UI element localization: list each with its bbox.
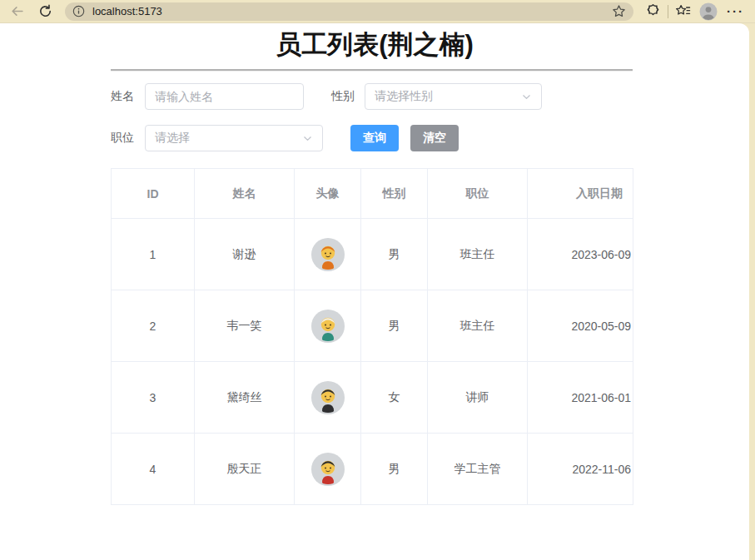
toolbar-divider xyxy=(668,5,668,18)
page-title: 员工列表(荆之楠) xyxy=(0,28,749,62)
employee-avatar xyxy=(311,381,345,414)
name-label: 姓名 xyxy=(111,89,134,104)
cell-position: 班主任 xyxy=(428,290,528,362)
cell-gender: 男 xyxy=(361,434,428,505)
position-select[interactable]: 请选择 xyxy=(145,125,323,151)
cell-id: 2 xyxy=(112,290,195,362)
cell-id: 3 xyxy=(112,362,195,434)
browser-window: localhost:5173 xyxy=(0,0,755,560)
cell-avatar xyxy=(295,434,361,505)
cell-date: 2022-11-06 xyxy=(528,434,633,505)
search-button[interactable]: 查询 xyxy=(350,125,399,151)
column-header: 姓名 xyxy=(195,169,295,219)
cell-position: 讲师 xyxy=(428,362,528,434)
profile-avatar[interactable] xyxy=(699,2,718,21)
search-form-row-2: 职位 请选择 查询 清空 xyxy=(111,125,459,151)
chevron-down-icon xyxy=(521,92,532,102)
cell-position: 学工主管 xyxy=(428,434,528,505)
person-circle-icon xyxy=(699,2,718,21)
cell-gender: 男 xyxy=(361,290,428,362)
position-select-placeholder: 请选择 xyxy=(155,131,190,146)
position-label: 职位 xyxy=(111,131,134,146)
arrow-left-icon xyxy=(10,4,24,18)
table-row: 1 谢逊 男 班主任 2023-06-09 xyxy=(112,219,633,290)
url-text: localhost:5173 xyxy=(92,5,612,17)
cell-id: 1 xyxy=(112,219,195,290)
column-header: 头像 xyxy=(295,169,361,219)
gender-select-placeholder: 请选择性别 xyxy=(375,89,433,104)
search-form-row-1: 姓名 性别 请选择性别 xyxy=(111,83,542,110)
column-header: 入职日期 xyxy=(528,169,633,219)
cell-gender: 男 xyxy=(361,219,428,290)
refresh-icon xyxy=(38,4,52,18)
table-row: 4 殷天正 男 学工主管 2022-11-06 xyxy=(112,434,633,505)
cell-name: 黛绮丝 xyxy=(195,362,295,434)
refresh-button[interactable] xyxy=(37,3,53,20)
column-header: ID xyxy=(112,169,195,219)
clear-button[interactable]: 清空 xyxy=(410,125,459,151)
cell-avatar xyxy=(295,290,361,362)
employee-avatar xyxy=(311,453,345,486)
cell-avatar xyxy=(295,219,361,290)
cell-name: 殷天正 xyxy=(195,434,295,505)
gender-select[interactable]: 请选择性别 xyxy=(365,83,542,110)
cell-date: 2021-06-01 xyxy=(528,362,633,434)
employee-table: ID姓名头像性别职位入职日期 1 谢逊 男 班主任 2023-06-09 xyxy=(111,168,633,505)
site-info-icon[interactable] xyxy=(72,5,85,17)
toolbar-right-group: ··· xyxy=(645,2,744,21)
more-menu[interactable]: ··· xyxy=(727,7,744,16)
column-header: 性别 xyxy=(361,169,428,219)
employee-avatar xyxy=(311,238,345,271)
cell-date: 2023-06-09 xyxy=(528,219,633,290)
table-row: 2 韦一笑 男 班主任 2020-05-09 xyxy=(112,290,633,362)
favorites-bar-icon[interactable] xyxy=(675,3,691,19)
table-body: 1 谢逊 男 班主任 2023-06-09 2 韦一笑 xyxy=(112,219,633,505)
cell-date: 2020-05-09 xyxy=(528,290,633,362)
table-row: 3 黛绮丝 女 讲师 2021-06-01 xyxy=(112,362,633,434)
cell-position: 班主任 xyxy=(428,219,528,290)
web-page: 员工列表(荆之楠) 姓名 性别 请选择性别 职位 请选择 查询 清空 xyxy=(0,23,749,560)
address-bar[interactable]: localhost:5173 xyxy=(65,2,633,21)
browser-toolbar: localhost:5173 xyxy=(0,0,755,23)
employee-avatar xyxy=(311,310,345,343)
title-divider xyxy=(111,69,633,72)
cell-gender: 女 xyxy=(361,362,428,434)
cell-id: 4 xyxy=(112,434,195,505)
table-header-row: ID姓名头像性别职位入职日期 xyxy=(112,169,633,219)
cell-name: 韦一笑 xyxy=(195,290,295,362)
chevron-down-icon xyxy=(302,133,313,144)
extensions-icon[interactable] xyxy=(645,3,661,19)
column-header: 职位 xyxy=(428,169,528,219)
cell-avatar xyxy=(295,362,361,434)
back-button[interactable] xyxy=(8,3,25,20)
cell-name: 谢逊 xyxy=(195,219,295,290)
gender-label: 性别 xyxy=(331,89,355,104)
favorite-star-icon[interactable] xyxy=(612,4,626,18)
name-input[interactable] xyxy=(145,83,304,110)
